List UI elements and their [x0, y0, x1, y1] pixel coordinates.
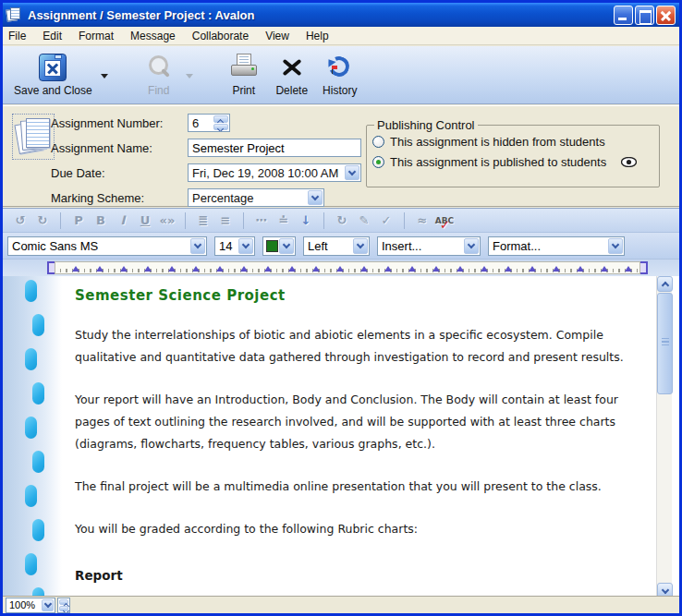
ruler-row: [3, 260, 679, 276]
publishing-control-group: Publishing Control This assignment is hi…: [366, 125, 660, 187]
numbered-list-icon[interactable]: ≣: [193, 211, 213, 230]
italic-icon[interactable]: I: [113, 211, 133, 230]
find-button[interactable]: Find: [135, 51, 183, 101]
pencil-icon[interactable]: ✎: [354, 211, 374, 230]
delete-button[interactable]: Delete: [268, 51, 316, 101]
font-size-combobox[interactable]: 14: [214, 236, 255, 256]
font-color-swatch: [266, 240, 278, 252]
menu-message[interactable]: Message: [130, 30, 176, 42]
marking-scheme-dropdown-arrow[interactable]: [308, 190, 323, 205]
paragraph-icon[interactable]: P: [68, 211, 89, 230]
tab-stops-icon[interactable]: ⋯: [251, 211, 272, 230]
scrollbar-thumb[interactable]: [657, 293, 673, 394]
document-body[interactable]: Semester Science Project Study the inter…: [62, 276, 650, 598]
find-icon: [145, 54, 173, 81]
menu-format[interactable]: Format: [79, 30, 114, 42]
accept-icon[interactable]: ✓: [376, 211, 396, 230]
titlebar: Assignment / Semester Project : Avalon: [3, 3, 679, 27]
undo-icon[interactable]: ↺: [10, 211, 30, 230]
maximize-button[interactable]: [635, 6, 654, 25]
font-color-dropdown-arrow[interactable]: [279, 238, 294, 254]
main-toolbar: Save and Close Find Print Delete History: [3, 46, 679, 104]
bold-icon[interactable]: B: [91, 211, 111, 230]
bullet-list-icon[interactable]: ≡: [215, 211, 236, 230]
save-icon: [39, 54, 67, 81]
marking-scheme-label: Marking Scheme:: [51, 191, 188, 205]
publishing-control-title: Publishing Control: [374, 118, 478, 132]
due-date-combobox[interactable]: Fri, Dec 19, 2008 10:00 AM: [188, 163, 361, 182]
assignment-number-label: Assignment Number:: [51, 116, 188, 130]
assignment-name-input[interactable]: [188, 139, 361, 157]
due-date-dropdown-arrow[interactable]: [345, 165, 359, 180]
published-radio[interactable]: [372, 156, 384, 168]
redo-icon[interactable]: ↻: [32, 211, 53, 230]
insert-down-icon[interactable]: ↓: [296, 211, 316, 230]
window-title: Assignment / Semester Project : Avalon: [28, 8, 609, 22]
zoom-spinner[interactable]: [57, 598, 70, 613]
close-button[interactable]: [656, 6, 676, 25]
document-area[interactable]: Semester Science Project Study the inter…: [3, 276, 679, 598]
hidden-radio-label: This assignment is hidden from students: [390, 135, 605, 149]
menu-view[interactable]: View: [265, 30, 289, 42]
eye-icon: [621, 157, 637, 167]
paragraph-4: You will be graded according to the foll…: [75, 518, 650, 540]
menu-edit[interactable]: Edit: [43, 30, 62, 42]
alignment-dropdown-arrow[interactable]: [353, 238, 368, 254]
ruler-right-margin-marker[interactable]: [640, 261, 648, 274]
rotate-icon[interactable]: ↻: [332, 211, 352, 230]
font-family-dropdown-arrow[interactable]: [190, 238, 205, 254]
spellcheck-icon[interactable]: ABC ✓: [434, 211, 455, 230]
zoom-dropdown-arrow[interactable]: [42, 599, 54, 611]
insert-dropdown-arrow[interactable]: [464, 238, 479, 254]
margin-rule-icon[interactable]: ≐: [274, 211, 294, 230]
assignment-number-spinner[interactable]: [213, 115, 228, 130]
font-size-dropdown-arrow[interactable]: [238, 238, 253, 254]
assignment-name-label: Assignment Name:: [51, 141, 188, 155]
paragraph-2: Your report will have an Introduction, B…: [75, 389, 650, 455]
paragraph-1: Study the interrelationships of biotic a…: [75, 324, 650, 368]
paragraph-3: The final project will be a multimedia o…: [75, 476, 650, 498]
application-window: Assignment / Semester Project : Avalon F…: [0, 0, 682, 616]
format-bar: Comic Sans MS 14 Left Insert... Format..…: [3, 233, 679, 260]
vertical-scrollbar[interactable]: [656, 276, 672, 598]
save-dropdown-arrow[interactable]: [98, 51, 111, 101]
app-icon: [6, 7, 23, 22]
statusbar: 100%: [3, 596, 679, 613]
assignment-number-field[interactable]: 6: [188, 114, 230, 132]
editor-toolbar: ↺ ↻ P B I U «» ≣ ≡ ⋯ ≐ ↓ ↻ ✎ ✓ ≈ ABC ✓: [3, 208, 679, 233]
alignment-combobox[interactable]: Left: [303, 236, 370, 256]
document-heading: Semester Science Project: [75, 287, 650, 304]
ruler[interactable]: [55, 261, 640, 274]
insert-combobox[interactable]: Insert...: [377, 236, 481, 256]
notebook-margin-decoration: [3, 276, 62, 598]
published-option[interactable]: This assignment is published to students: [372, 155, 637, 169]
font-color-combobox[interactable]: [262, 236, 296, 256]
underline-icon[interactable]: U: [135, 211, 155, 230]
history-icon: [326, 54, 354, 81]
zoom-combobox[interactable]: 100%: [6, 598, 55, 613]
hidden-radio[interactable]: [372, 136, 384, 148]
scroll-up-button[interactable]: [657, 276, 673, 292]
menubar: File Edit Format Message Collaborate Vie…: [3, 27, 679, 45]
section-heading: Report: [75, 568, 650, 583]
minimize-button[interactable]: [614, 6, 633, 25]
font-family-combobox[interactable]: Comic Sans MS: [7, 236, 207, 256]
menu-collaborate[interactable]: Collaborate: [192, 30, 249, 42]
assignment-form: Assignment Number: 6 Assignment Name: Du…: [3, 105, 679, 207]
ruler-left-margin-marker[interactable]: [47, 261, 55, 274]
print-icon: [229, 54, 259, 81]
quotes-icon[interactable]: «»: [157, 211, 177, 230]
find-dropdown-arrow: [183, 51, 196, 101]
delete-icon: [279, 54, 305, 81]
signature-icon[interactable]: ≈: [412, 211, 432, 230]
menu-file[interactable]: File: [8, 30, 26, 42]
save-and-close-button[interactable]: Save and Close: [8, 51, 98, 101]
history-button[interactable]: History: [316, 51, 364, 101]
print-button[interactable]: Print: [220, 51, 268, 101]
format-combobox[interactable]: Format...: [488, 236, 625, 256]
due-date-label: Due Date:: [51, 166, 188, 180]
hidden-option[interactable]: This assignment is hidden from students: [372, 135, 605, 149]
marking-scheme-combobox[interactable]: Percentage: [188, 188, 324, 207]
menu-help[interactable]: Help: [306, 30, 329, 42]
format-dropdown-arrow[interactable]: [608, 238, 623, 254]
